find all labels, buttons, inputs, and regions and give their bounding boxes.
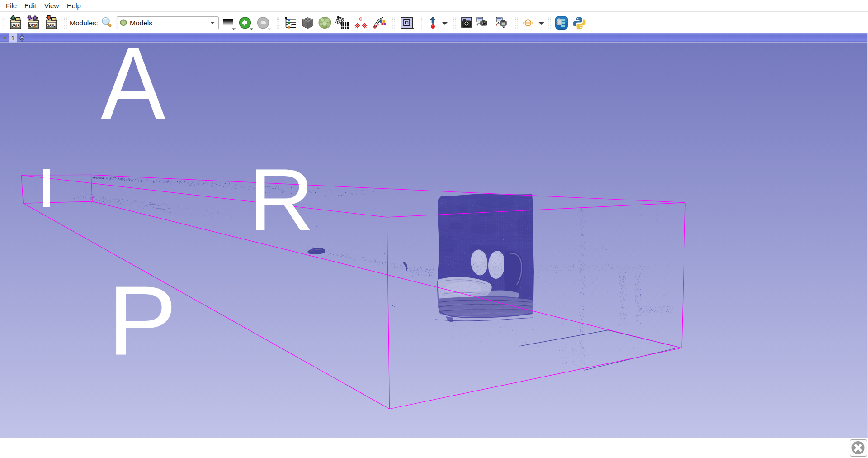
svg-text:P: P — [108, 266, 177, 375]
svg-text:A: A — [101, 43, 166, 141]
svg-text:DCM: DCM — [29, 23, 38, 28]
svg-text:SAVE: SAVE — [47, 23, 56, 28]
svg-text:DATA: DATA — [11, 23, 20, 28]
svg-text:Models: Models — [130, 19, 152, 27]
svg-text:I: I — [37, 158, 57, 219]
svg-text:Modules:: Modules: — [70, 19, 98, 27]
svg-text:R: R — [249, 150, 314, 249]
svg-text:1: 1 — [11, 34, 15, 42]
